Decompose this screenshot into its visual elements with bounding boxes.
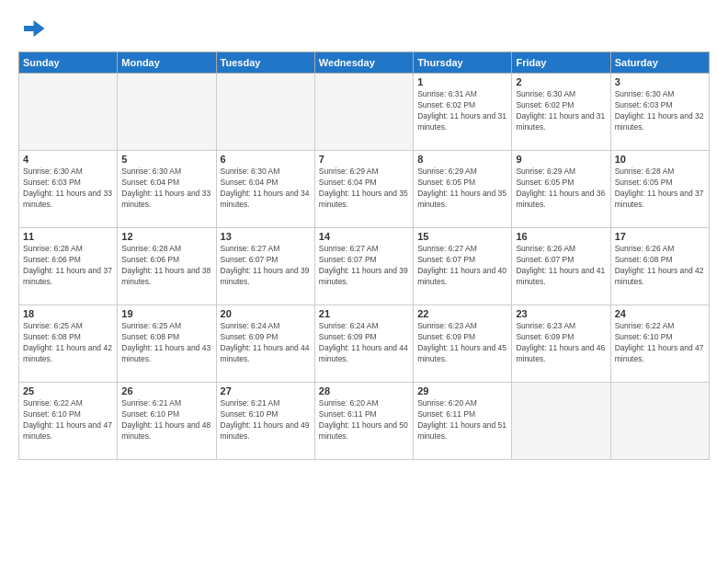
day-number: 10	[615, 154, 705, 165]
day-number: 23	[516, 308, 606, 319]
calendar-cell: 16Sunrise: 6:26 AMSunset: 6:07 PMDayligh…	[512, 228, 610, 305]
calendar-cell: 22Sunrise: 6:23 AMSunset: 6:09 PMDayligh…	[414, 305, 512, 383]
day-number: 4	[23, 154, 113, 165]
calendar-header-friday: Friday	[512, 52, 610, 74]
day-info: Sunrise: 6:30 AMSunset: 6:03 PMDaylight:…	[23, 167, 113, 211]
calendar-cell: 13Sunrise: 6:27 AMSunset: 6:07 PMDayligh…	[216, 228, 314, 305]
logo	[18, 15, 50, 42]
calendar-cell: 18Sunrise: 6:25 AMSunset: 6:08 PMDayligh…	[19, 305, 118, 383]
calendar-cell: 25Sunrise: 6:22 AMSunset: 6:10 PMDayligh…	[19, 383, 118, 460]
day-number: 20	[221, 308, 311, 319]
day-number: 28	[319, 385, 409, 396]
day-number: 9	[516, 154, 606, 165]
calendar-cell: 26Sunrise: 6:21 AMSunset: 6:10 PMDayligh…	[118, 383, 216, 460]
day-info: Sunrise: 6:28 AMSunset: 6:05 PMDaylight:…	[615, 167, 705, 211]
calendar-week-row: 25Sunrise: 6:22 AMSunset: 6:10 PMDayligh…	[19, 383, 710, 460]
calendar-week-row: 4Sunrise: 6:30 AMSunset: 6:03 PMDaylight…	[19, 151, 710, 228]
calendar-cell: 8Sunrise: 6:29 AMSunset: 6:05 PMDaylight…	[414, 151, 512, 228]
day-info: Sunrise: 6:20 AMSunset: 6:11 PMDaylight:…	[319, 398, 409, 442]
calendar-cell: 6Sunrise: 6:30 AMSunset: 6:04 PMDaylight…	[216, 151, 314, 228]
day-number: 3	[615, 76, 705, 87]
calendar-cell	[216, 74, 314, 151]
calendar-cell: 4Sunrise: 6:30 AMSunset: 6:03 PMDaylight…	[19, 151, 118, 228]
day-number: 18	[23, 308, 113, 319]
day-info: Sunrise: 6:20 AMSunset: 6:11 PMDaylight:…	[417, 398, 507, 442]
calendar-cell: 24Sunrise: 6:22 AMSunset: 6:10 PMDayligh…	[610, 305, 709, 383]
day-number: 12	[121, 231, 211, 242]
day-info: Sunrise: 6:24 AMSunset: 6:09 PMDaylight:…	[319, 321, 409, 365]
calendar-cell: 29Sunrise: 6:20 AMSunset: 6:11 PMDayligh…	[414, 383, 512, 460]
calendar: SundayMondayTuesdayWednesdayThursdayFrid…	[18, 52, 710, 460]
day-info: Sunrise: 6:30 AMSunset: 6:04 PMDaylight:…	[221, 167, 311, 211]
day-number: 21	[319, 308, 409, 319]
day-number: 13	[221, 231, 311, 242]
day-number: 25	[23, 385, 113, 396]
header	[18, 15, 710, 42]
day-number: 1	[417, 76, 507, 87]
svg-marker-0	[24, 20, 45, 37]
day-number: 14	[319, 231, 409, 242]
day-info: Sunrise: 6:28 AMSunset: 6:06 PMDaylight:…	[121, 244, 211, 288]
calendar-cell: 15Sunrise: 6:27 AMSunset: 6:07 PMDayligh…	[414, 228, 512, 305]
day-info: Sunrise: 6:27 AMSunset: 6:07 PMDaylight:…	[417, 244, 507, 288]
day-info: Sunrise: 6:21 AMSunset: 6:10 PMDaylight:…	[221, 398, 311, 442]
day-number: 2	[516, 76, 606, 87]
day-info: Sunrise: 6:27 AMSunset: 6:07 PMDaylight:…	[319, 244, 409, 288]
day-number: 26	[121, 385, 211, 396]
day-info: Sunrise: 6:23 AMSunset: 6:09 PMDaylight:…	[417, 321, 507, 365]
day-info: Sunrise: 6:26 AMSunset: 6:08 PMDaylight:…	[615, 244, 705, 288]
calendar-week-row: 1Sunrise: 6:31 AMSunset: 6:02 PMDaylight…	[19, 74, 710, 151]
day-info: Sunrise: 6:31 AMSunset: 6:02 PMDaylight:…	[417, 89, 507, 133]
calendar-header-thursday: Thursday	[414, 52, 512, 74]
day-number: 17	[615, 231, 705, 242]
day-info: Sunrise: 6:30 AMSunset: 6:04 PMDaylight:…	[121, 167, 211, 211]
calendar-cell: 20Sunrise: 6:24 AMSunset: 6:09 PMDayligh…	[216, 305, 314, 383]
day-number: 16	[516, 231, 606, 242]
calendar-header-saturday: Saturday	[610, 52, 709, 74]
calendar-cell	[19, 74, 118, 151]
calendar-week-row: 18Sunrise: 6:25 AMSunset: 6:08 PMDayligh…	[19, 305, 710, 383]
calendar-cell: 19Sunrise: 6:25 AMSunset: 6:08 PMDayligh…	[118, 305, 216, 383]
day-number: 7	[319, 154, 409, 165]
day-number: 22	[417, 308, 507, 319]
day-number: 5	[121, 154, 211, 165]
day-info: Sunrise: 6:23 AMSunset: 6:09 PMDaylight:…	[516, 321, 606, 365]
day-info: Sunrise: 6:26 AMSunset: 6:07 PMDaylight:…	[516, 244, 606, 288]
calendar-cell: 28Sunrise: 6:20 AMSunset: 6:11 PMDayligh…	[314, 383, 413, 460]
calendar-cell: 7Sunrise: 6:29 AMSunset: 6:04 PMDaylight…	[314, 151, 413, 228]
calendar-cell: 9Sunrise: 6:29 AMSunset: 6:05 PMDaylight…	[512, 151, 610, 228]
calendar-header-row: SundayMondayTuesdayWednesdayThursdayFrid…	[19, 52, 710, 74]
calendar-cell: 11Sunrise: 6:28 AMSunset: 6:06 PMDayligh…	[19, 228, 118, 305]
calendar-cell	[512, 383, 610, 460]
calendar-cell: 5Sunrise: 6:30 AMSunset: 6:04 PMDaylight…	[118, 151, 216, 228]
calendar-week-row: 11Sunrise: 6:28 AMSunset: 6:06 PMDayligh…	[19, 228, 710, 305]
calendar-header-sunday: Sunday	[19, 52, 118, 74]
calendar-cell	[610, 383, 709, 460]
day-number: 24	[615, 308, 705, 319]
day-info: Sunrise: 6:25 AMSunset: 6:08 PMDaylight:…	[121, 321, 211, 365]
day-number: 27	[221, 385, 311, 396]
calendar-cell: 10Sunrise: 6:28 AMSunset: 6:05 PMDayligh…	[610, 151, 709, 228]
day-info: Sunrise: 6:28 AMSunset: 6:06 PMDaylight:…	[23, 244, 113, 288]
day-info: Sunrise: 6:21 AMSunset: 6:10 PMDaylight:…	[121, 398, 211, 442]
day-info: Sunrise: 6:30 AMSunset: 6:03 PMDaylight:…	[615, 89, 705, 133]
day-number: 11	[23, 231, 113, 242]
calendar-cell: 21Sunrise: 6:24 AMSunset: 6:09 PMDayligh…	[314, 305, 413, 383]
day-number: 6	[221, 154, 311, 165]
page: SundayMondayTuesdayWednesdayThursdayFrid…	[0, 0, 728, 563]
calendar-header-tuesday: Tuesday	[216, 52, 314, 74]
calendar-cell	[314, 74, 413, 151]
day-number: 19	[121, 308, 211, 319]
day-info: Sunrise: 6:27 AMSunset: 6:07 PMDaylight:…	[221, 244, 311, 288]
day-number: 8	[417, 154, 507, 165]
day-info: Sunrise: 6:25 AMSunset: 6:08 PMDaylight:…	[23, 321, 113, 365]
day-info: Sunrise: 6:22 AMSunset: 6:10 PMDaylight:…	[615, 321, 705, 365]
calendar-cell: 17Sunrise: 6:26 AMSunset: 6:08 PMDayligh…	[610, 228, 709, 305]
calendar-cell: 1Sunrise: 6:31 AMSunset: 6:02 PMDaylight…	[414, 74, 512, 151]
logo-icon	[18, 15, 46, 42]
calendar-cell	[118, 74, 216, 151]
day-number: 29	[417, 385, 507, 396]
day-info: Sunrise: 6:29 AMSunset: 6:05 PMDaylight:…	[516, 167, 606, 211]
day-info: Sunrise: 6:22 AMSunset: 6:10 PMDaylight:…	[23, 398, 113, 442]
calendar-header-wednesday: Wednesday	[314, 52, 413, 74]
